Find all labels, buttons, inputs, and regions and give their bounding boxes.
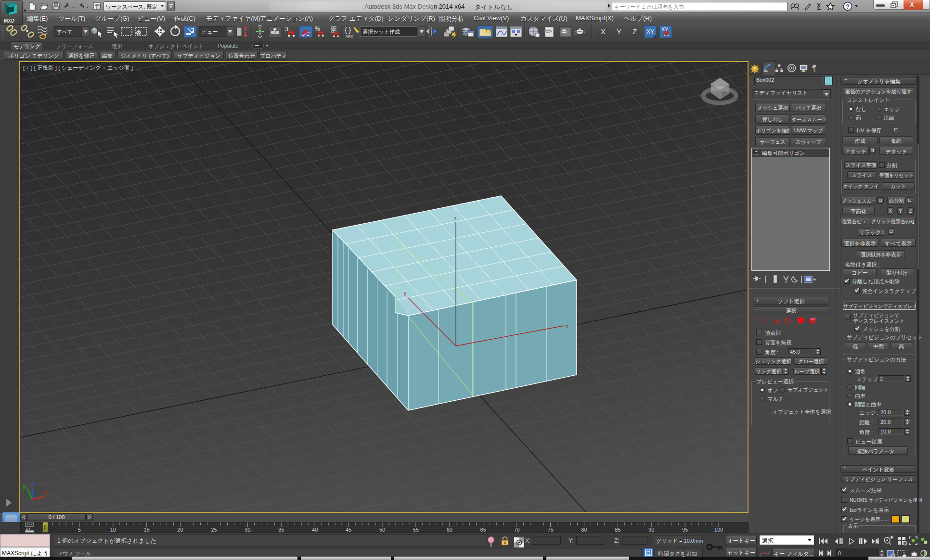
svg-text:100: 100 [714,527,723,533]
svg-text:75: 75 [547,527,553,533]
svg-text:35: 35 [278,527,284,533]
svg-text:85: 85 [615,527,620,533]
svg-text:60: 60 [447,527,452,533]
svg-text:%: % [315,25,320,32]
svg-text:50: 50 [379,527,385,533]
svg-text:40: 40 [312,527,318,533]
svg-text:ビュー: ビュー [202,29,218,35]
svg-text:30: 30 [245,527,250,533]
svg-text:45: 45 [346,527,351,533]
svg-text:95: 95 [682,527,688,533]
svg-text:{ }: { } [345,26,351,34]
svg-text:0: 0 [838,550,841,556]
svg-text:?: ? [846,3,850,10]
svg-text:15: 15 [144,527,150,533]
svg-text:80: 80 [581,527,587,533]
svg-text:ABC: ABC [346,34,354,38]
svg-text:55: 55 [413,527,419,533]
svg-text:+: + [891,535,893,540]
svg-text:10: 10 [110,527,116,533]
svg-text:20: 20 [177,527,183,533]
svg-text:90: 90 [648,527,654,533]
svg-text:65: 65 [480,527,486,533]
svg-text:すべて: すべて [56,29,73,35]
svg-text:3: 3 [285,25,288,33]
svg-text:5: 5 [78,527,81,533]
svg-text:70: 70 [514,527,519,533]
svg-text:25: 25 [211,527,217,533]
svg-text:選択セット作成: 選択セット作成 [362,29,400,35]
